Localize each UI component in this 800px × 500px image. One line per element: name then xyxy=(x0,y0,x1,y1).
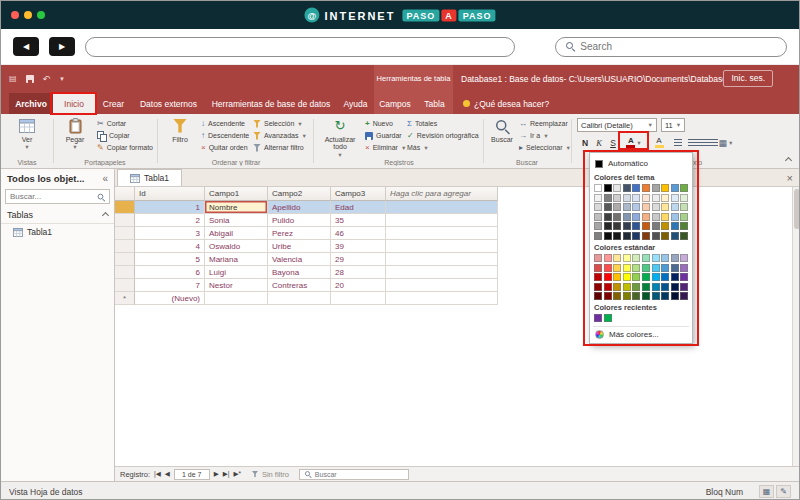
color-swatch[interactable] xyxy=(613,213,621,221)
color-swatch[interactable] xyxy=(594,213,602,221)
cell[interactable]: 7 xyxy=(135,279,205,292)
color-swatch[interactable] xyxy=(594,194,602,202)
search-input[interactable] xyxy=(580,41,777,52)
select-button[interactable]: ▸ Seleccionar▼ xyxy=(519,142,571,153)
cell[interactable]: 2 xyxy=(135,214,205,227)
color-swatch[interactable] xyxy=(680,292,688,300)
color-swatch[interactable] xyxy=(613,232,621,240)
copy-button[interactable]: Copiar xyxy=(97,130,130,141)
previous-record-button[interactable]: ◀ xyxy=(165,470,170,478)
color-swatch[interactable] xyxy=(652,232,660,240)
view-button[interactable]: Ver ▼ xyxy=(9,117,45,163)
color-swatch[interactable] xyxy=(604,273,612,281)
cell[interactable]: 29 xyxy=(331,253,386,266)
color-swatch[interactable] xyxy=(613,273,621,281)
color-swatch[interactable] xyxy=(604,184,612,192)
color-swatch[interactable] xyxy=(661,264,669,272)
color-swatch[interactable] xyxy=(642,184,650,192)
undo-icon[interactable]: ↶ xyxy=(43,74,51,84)
color-swatch[interactable] xyxy=(604,232,612,240)
more-colors-item[interactable]: Más colores... xyxy=(593,326,689,340)
record-search-input[interactable] xyxy=(315,471,405,478)
color-swatch[interactable] xyxy=(671,184,679,192)
color-swatch[interactable] xyxy=(671,203,679,211)
color-swatch[interactable] xyxy=(623,283,631,291)
next-record-button[interactable]: ▶ xyxy=(214,470,219,478)
nav-group-tablas[interactable]: Tablas xyxy=(1,207,114,224)
font-color-button[interactable]: A ▼ xyxy=(621,135,647,150)
record-search-box[interactable] xyxy=(299,469,409,480)
ribbon-tab-datos-externos[interactable]: Datos externos xyxy=(132,93,205,114)
customize-qat-icon[interactable]: ▼ xyxy=(59,76,65,82)
color-swatch[interactable] xyxy=(623,213,631,221)
color-swatch[interactable] xyxy=(623,222,631,230)
color-swatch[interactable] xyxy=(671,222,679,230)
color-swatch[interactable] xyxy=(652,184,660,192)
cell[interactable]: 3 xyxy=(135,227,205,240)
cell[interactable]: 46 xyxy=(331,227,386,240)
totals-button[interactable]: Σ Totales xyxy=(407,118,437,129)
row-selector[interactable]: * xyxy=(115,292,135,305)
toggle-filter-button[interactable]: Alternar filtro xyxy=(253,142,304,153)
cell[interactable]: Luigi xyxy=(205,266,268,279)
gridlines-button[interactable]: ▦ ▼ xyxy=(715,135,737,150)
delete-record-button[interactable]: × Eliminar▼ xyxy=(365,142,406,153)
color-swatch[interactable] xyxy=(642,283,650,291)
color-swatch[interactable] xyxy=(623,273,631,281)
color-swatch[interactable] xyxy=(642,232,650,240)
color-swatch[interactable] xyxy=(613,283,621,291)
color-swatch[interactable] xyxy=(623,194,631,202)
selection-filter-button[interactable]: Selección▼ xyxy=(253,118,303,129)
last-record-button[interactable]: ▶| xyxy=(223,470,230,478)
color-swatch[interactable] xyxy=(671,273,679,281)
advanced-filter-button[interactable]: Avanzadas▼ xyxy=(253,130,307,141)
color-swatch[interactable] xyxy=(661,213,669,221)
address-bar[interactable] xyxy=(85,37,515,57)
color-swatch[interactable] xyxy=(594,203,602,211)
nav-search-input[interactable] xyxy=(10,192,93,201)
color-swatch[interactable] xyxy=(594,314,602,322)
color-swatch[interactable] xyxy=(613,222,621,230)
format-painter-button[interactable]: ✎ Copiar formato xyxy=(97,142,153,153)
back-button[interactable]: ◀ xyxy=(13,37,39,56)
cell[interactable] xyxy=(386,214,498,227)
color-swatch[interactable] xyxy=(613,184,621,192)
filter-button[interactable]: Filtro xyxy=(163,117,197,163)
datasheet-view-shortcut[interactable]: ▦ xyxy=(759,485,774,498)
color-swatch[interactable] xyxy=(604,222,612,230)
ribbon-tab-crear[interactable]: Crear xyxy=(95,93,132,114)
color-swatch[interactable] xyxy=(671,213,679,221)
color-swatch[interactable] xyxy=(604,314,612,322)
color-swatch[interactable] xyxy=(632,264,640,272)
font-size-select[interactable]: 11 ▼ xyxy=(661,118,685,132)
color-swatch[interactable] xyxy=(632,213,640,221)
color-swatch[interactable] xyxy=(652,283,660,291)
color-swatch[interactable] xyxy=(594,254,602,262)
cell[interactable]: 28 xyxy=(331,266,386,279)
cell[interactable] xyxy=(386,279,498,292)
color-swatch[interactable] xyxy=(680,184,688,192)
nav-item-tabla1[interactable]: Tabla1 xyxy=(1,224,114,240)
color-swatch[interactable] xyxy=(671,264,679,272)
cell[interactable] xyxy=(205,292,268,305)
first-record-button[interactable]: |◀ xyxy=(154,470,161,478)
color-swatch[interactable] xyxy=(623,254,631,262)
color-swatch[interactable] xyxy=(680,222,688,230)
color-swatch[interactable] xyxy=(652,222,660,230)
cell[interactable]: 1 xyxy=(135,201,205,214)
column-header-campo1[interactable]: Campo1 xyxy=(205,187,268,201)
color-swatch[interactable] xyxy=(680,283,688,291)
color-swatch[interactable] xyxy=(594,264,602,272)
color-swatch[interactable] xyxy=(632,292,640,300)
color-swatch[interactable] xyxy=(613,264,621,272)
ribbon-tab-campos[interactable]: Campos xyxy=(374,93,416,114)
forward-button[interactable]: ▶ xyxy=(49,37,75,56)
row-selector[interactable] xyxy=(115,253,135,266)
color-swatch[interactable] xyxy=(652,203,660,211)
color-swatch[interactable] xyxy=(594,232,602,240)
color-swatch[interactable] xyxy=(594,283,602,291)
color-swatch[interactable] xyxy=(604,213,612,221)
color-swatch[interactable] xyxy=(680,264,688,272)
object-tab-tabla1[interactable]: Tabla1 xyxy=(117,169,182,186)
save-icon[interactable] xyxy=(26,75,34,83)
